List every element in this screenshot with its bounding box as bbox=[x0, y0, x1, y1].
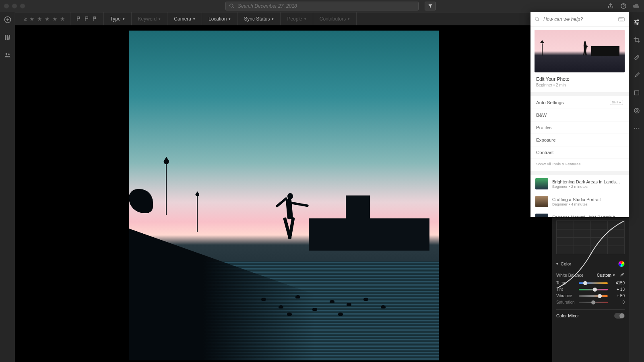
saturation-slider[interactable]: Saturation 0 bbox=[556, 300, 625, 304]
search-icon bbox=[535, 16, 540, 22]
crop-icon bbox=[633, 36, 640, 43]
tutorial-item[interactable]: Enhance Natural Light Portrait by I... B… bbox=[530, 210, 629, 217]
tool-label: Contrast bbox=[536, 150, 553, 155]
toggle-switch[interactable] bbox=[614, 313, 625, 319]
svg-point-25 bbox=[636, 128, 637, 129]
search-icon bbox=[229, 3, 235, 9]
share-icon bbox=[607, 3, 614, 9]
type-filter[interactable]: Type▾ bbox=[104, 12, 132, 25]
vibrance-slider[interactable]: Vibrance + 50 bbox=[556, 294, 625, 298]
flag-pick-icon[interactable] bbox=[76, 16, 82, 22]
right-tool-rail bbox=[629, 12, 644, 362]
window-controls bbox=[4, 4, 25, 8]
help-tool-profiles[interactable]: Profiles bbox=[530, 121, 629, 134]
radial-gradient-tool[interactable] bbox=[632, 106, 641, 115]
help-tool-exposure[interactable]: Exposure bbox=[530, 134, 629, 146]
svg-rect-29 bbox=[619, 17, 625, 21]
people-label: People bbox=[287, 16, 302, 22]
star-icon[interactable]: ★ bbox=[60, 16, 65, 22]
global-search[interactable] bbox=[225, 2, 419, 10]
edit-tool[interactable] bbox=[632, 18, 641, 27]
sync-label: Sync Status bbox=[244, 16, 270, 22]
contributors-label: Contributors bbox=[320, 16, 346, 22]
close-window[interactable] bbox=[4, 4, 9, 8]
flag-unflagged-icon[interactable] bbox=[84, 16, 90, 22]
share-button[interactable] bbox=[607, 2, 614, 10]
chevron-down-icon: ▾ bbox=[229, 17, 231, 21]
tutorial-title: Enhance Natural Light Portrait by I... bbox=[552, 215, 621, 218]
tool-label: Auto Settings bbox=[536, 100, 564, 105]
keyword-label: Keyword bbox=[138, 16, 157, 22]
vibrance-value: + 50 bbox=[611, 294, 625, 298]
help-tool-bw[interactable]: B&W bbox=[530, 109, 629, 121]
more-icon bbox=[633, 125, 640, 132]
slider-thumb[interactable] bbox=[583, 281, 587, 285]
svg-rect-18 bbox=[634, 55, 639, 60]
help-show-all-link[interactable]: Show All Tools & Features bbox=[530, 159, 629, 171]
brush-tool[interactable] bbox=[632, 71, 641, 80]
plus-circle-icon bbox=[4, 16, 12, 24]
shortcut-badge: Shift A bbox=[610, 100, 623, 105]
maximize-window[interactable] bbox=[20, 4, 25, 8]
help-search[interactable] bbox=[530, 12, 629, 27]
sync-status-filter[interactable]: Sync Status▾ bbox=[237, 12, 281, 25]
minimize-window[interactable] bbox=[12, 4, 17, 8]
linear-gradient-tool[interactable] bbox=[632, 88, 641, 97]
gradient-linear-icon bbox=[634, 90, 640, 96]
tutorial-meta: Beginner • 2 minutes bbox=[552, 184, 621, 189]
saturation-value: 0 bbox=[611, 300, 625, 304]
svg-point-24 bbox=[634, 128, 635, 129]
bandage-icon bbox=[633, 54, 640, 61]
search-input[interactable] bbox=[238, 3, 415, 9]
svg-point-22 bbox=[634, 108, 639, 113]
people-filter[interactable]: People▾ bbox=[281, 12, 313, 25]
color-mixer-label: Color Mixer bbox=[556, 313, 579, 318]
people-icon bbox=[4, 51, 11, 59]
camera-filter[interactable]: Camera▾ bbox=[167, 12, 202, 25]
tutorial-title: Brightening Dark Areas in Landscap... bbox=[552, 179, 621, 184]
tutorial-title: Crafting a Studio Portrait bbox=[552, 197, 601, 202]
slider-thumb[interactable] bbox=[598, 294, 602, 298]
location-filter[interactable]: Location▾ bbox=[202, 12, 237, 25]
star-icon[interactable]: ★ bbox=[52, 16, 58, 22]
help-tool-auto-settings[interactable]: Auto Settings Shift A bbox=[530, 96, 629, 109]
tutorial-item[interactable]: Brightening Dark Areas in Landscap... Be… bbox=[530, 175, 629, 193]
tool-label: Exposure bbox=[536, 138, 556, 142]
keyword-filter[interactable]: Keyword▾ bbox=[132, 12, 168, 25]
help-search-input[interactable] bbox=[543, 16, 615, 22]
cloud-sync-button[interactable] bbox=[633, 2, 640, 10]
more-tools[interactable] bbox=[632, 124, 641, 133]
crop-tool[interactable] bbox=[632, 35, 641, 44]
svg-rect-6 bbox=[5, 35, 6, 40]
chevron-down-icon: ▾ bbox=[272, 17, 274, 21]
photo-preview[interactable] bbox=[129, 31, 439, 360]
help-tool-contrast[interactable]: Contrast bbox=[530, 146, 629, 159]
tool-label: B&W bbox=[536, 113, 547, 117]
tutorial-item[interactable]: Crafting a Studio Portrait Beginner • 4 … bbox=[530, 193, 629, 210]
flag-filter[interactable] bbox=[70, 12, 104, 25]
tool-label: Profiles bbox=[536, 125, 551, 130]
filter-button[interactable] bbox=[425, 2, 436, 10]
sharing-button[interactable] bbox=[3, 51, 12, 60]
star-icon[interactable]: ★ bbox=[29, 16, 35, 22]
tone-curve[interactable] bbox=[556, 220, 625, 254]
help-hero-meta: Beginner • 2 min bbox=[530, 83, 629, 92]
svg-point-26 bbox=[638, 128, 639, 129]
star-icon[interactable]: ★ bbox=[45, 16, 50, 22]
star-icon[interactable]: ★ bbox=[37, 16, 42, 22]
help-hero-thumbnail[interactable] bbox=[535, 30, 625, 72]
add-photos-button[interactable] bbox=[3, 15, 12, 24]
cloud-icon bbox=[633, 2, 640, 10]
color-mixer-row[interactable]: Color Mixer bbox=[556, 309, 625, 319]
canvas-viewport[interactable] bbox=[15, 26, 552, 362]
slider-thumb[interactable] bbox=[593, 288, 597, 292]
my-photos-button[interactable] bbox=[3, 33, 12, 42]
healing-tool[interactable] bbox=[632, 53, 641, 62]
keyboard-icon[interactable] bbox=[618, 17, 625, 22]
rating-filter[interactable]: ≥ ★ ★ ★ ★ ★ bbox=[19, 12, 70, 25]
flag-reject-icon[interactable] bbox=[92, 16, 98, 22]
help-button[interactable] bbox=[620, 2, 627, 10]
slider-thumb[interactable] bbox=[591, 300, 595, 304]
contributors-filter[interactable]: Contributors▾ bbox=[313, 12, 357, 25]
chevron-down-icon: ▾ bbox=[123, 17, 125, 21]
